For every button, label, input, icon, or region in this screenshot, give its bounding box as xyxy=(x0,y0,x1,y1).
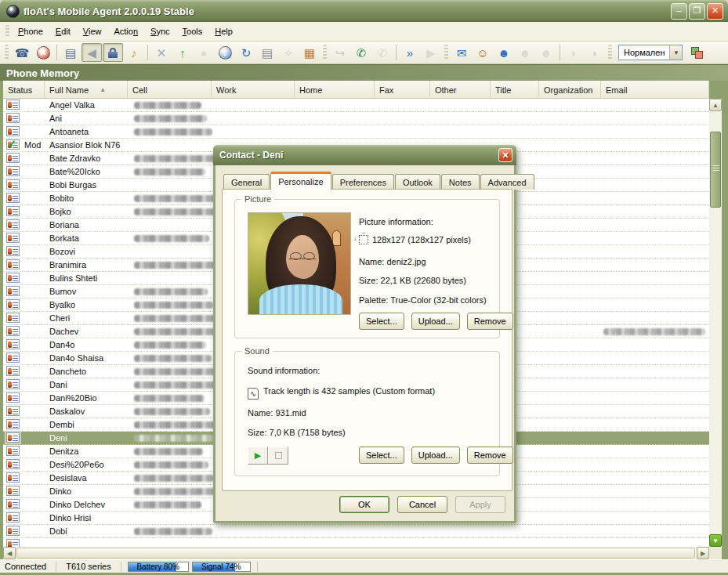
vertical-scroll-thumb[interactable] xyxy=(710,132,721,208)
picture-upload-button[interactable]: Upload... xyxy=(411,313,460,330)
menu-item-tools[interactable]: Tools xyxy=(176,24,209,38)
folder2-icon[interactable]: ◗ xyxy=(585,43,605,62)
scroll-up-button[interactable]: ▲ xyxy=(709,99,722,111)
call-icon[interactable]: ✆ xyxy=(351,43,371,62)
scroll-left-button[interactable]: ◀ xyxy=(3,547,16,559)
download-icon[interactable]: ↓ xyxy=(215,43,235,62)
toolbar-grip[interactable] xyxy=(608,45,612,60)
record-icon[interactable]: ● xyxy=(194,43,214,62)
maximize-button[interactable]: ❐ xyxy=(689,3,705,20)
sounds-icon[interactable]: ♪ xyxy=(124,43,144,62)
table-row[interactable]: Angel Valka xyxy=(3,99,709,112)
horizontal-scrollbar[interactable]: ◀ ▶ xyxy=(3,547,709,559)
picture-remove-button[interactable]: Remove xyxy=(467,313,513,330)
spray-icon[interactable]: ✧ xyxy=(278,43,299,62)
tab-personalize[interactable]: Personalize xyxy=(270,172,331,190)
dialog-title-bar[interactable]: Contact - Deni ✕ xyxy=(213,145,516,165)
picture-select-button[interactable]: Select... xyxy=(359,313,404,330)
column-header-other[interactable]: Other xyxy=(430,81,491,99)
scroll-right-button[interactable]: ▶ xyxy=(697,547,709,559)
column-header-status[interactable]: Status xyxy=(3,81,45,99)
menu-item-edit[interactable]: Edit xyxy=(49,24,77,38)
image-editor-icon[interactable]: ▦ xyxy=(299,43,320,62)
picture-palette: Palette: True-Color (32-bit colors) xyxy=(359,295,487,305)
insert-phone-icon[interactable]: ↪ xyxy=(330,43,350,62)
contact-card-icon xyxy=(6,353,20,363)
column-header-full-name[interactable]: Full Name▲ xyxy=(45,81,128,99)
stop-button[interactable] xyxy=(268,447,288,465)
menu-grip[interactable] xyxy=(5,25,9,38)
toolbar-grip[interactable] xyxy=(323,45,327,60)
chevron-down-icon[interactable]: ▼ xyxy=(669,45,682,60)
tab-general[interactable]: General xyxy=(223,174,270,190)
dialog-close-button[interactable]: ✕ xyxy=(498,148,512,162)
contact-name: Dan4o xyxy=(49,340,74,349)
phone-forward-icon[interactable]: ▶ xyxy=(421,43,441,62)
menu-item-action[interactable]: Action xyxy=(107,24,144,38)
play-button[interactable]: ▶ xyxy=(248,447,268,465)
toolbar-grip[interactable] xyxy=(444,45,448,60)
refresh-list-icon[interactable]: ↻ xyxy=(236,43,256,62)
menu-item-sync[interactable]: Sync xyxy=(144,24,176,38)
contact-card-icon xyxy=(6,499,20,509)
tab-advanced[interactable]: Advanced xyxy=(480,174,534,190)
maximize-icon: ❐ xyxy=(694,6,701,15)
dialog-title: Contact - Deni xyxy=(219,150,283,161)
delete-icon[interactable]: ✕ xyxy=(151,43,172,62)
contact-sync-icon[interactable]: ☻ xyxy=(515,43,535,62)
mode-select[interactable]: Нормален▼ xyxy=(618,45,683,60)
censored-cell-number xyxy=(134,435,221,442)
contact-name: Byalko xyxy=(49,300,75,309)
sound-upload-button[interactable]: Upload... xyxy=(411,447,460,464)
sound-select-button[interactable]: Select... xyxy=(359,447,404,464)
modified-check-icon: ✓ xyxy=(8,138,16,150)
hangup-icon[interactable]: ✆ xyxy=(372,43,393,62)
table-row[interactable]: Ani xyxy=(3,112,709,125)
ok-button[interactable]: OK xyxy=(339,496,389,513)
upload-contact-icon[interactable]: ↑ xyxy=(172,43,193,62)
column-header-fax[interactable]: Fax xyxy=(375,81,430,99)
contact-mail-icon[interactable]: ☺ xyxy=(473,43,493,62)
apply-button[interactable]: Apply xyxy=(455,496,505,513)
menu-item-phone[interactable]: Phone xyxy=(12,24,49,38)
column-header-work[interactable]: Work xyxy=(212,81,295,99)
column-header-organization[interactable]: Organization xyxy=(539,81,601,99)
table-row[interactable]: Antoaneta xyxy=(3,125,709,139)
sms-icon[interactable]: ✉ xyxy=(451,43,472,62)
table-row-partial[interactable] xyxy=(3,538,709,547)
tab-notes[interactable]: Notes xyxy=(441,174,480,190)
scroll-down-button[interactable]: ▼ xyxy=(709,534,722,547)
contact-dialog: Contact - Deni ✕ GeneralPersonalizePrefe… xyxy=(213,145,516,523)
sound-remove-button[interactable]: Remove xyxy=(467,447,513,464)
column-header-email[interactable]: Email xyxy=(601,81,709,99)
connect-phone-icon[interactable]: ☎ xyxy=(12,43,32,62)
title-bar[interactable]: floAt's Mobile Agent 2.0.0.19 Stable ‒ ❐… xyxy=(0,0,728,22)
send-to-phone-icon[interactable]: » xyxy=(400,43,420,62)
disconnect-icon[interactable]: ✕ xyxy=(33,43,53,62)
cancel-button[interactable]: Cancel xyxy=(397,496,447,513)
minimize-icon: ‒ xyxy=(676,6,681,15)
keylock-icon[interactable] xyxy=(103,43,123,62)
folder-icon[interactable]: ◗ xyxy=(563,43,584,62)
phonebook-icon[interactable]: ▤ xyxy=(60,43,81,62)
column-header-title[interactable]: Title xyxy=(491,81,539,99)
tab-preferences[interactable]: Preferences xyxy=(332,174,394,190)
horizontal-scroll-thumb[interactable] xyxy=(16,548,695,559)
table-row[interactable]: Dobi xyxy=(3,525,709,538)
minimize-button[interactable]: ‒ xyxy=(671,3,687,20)
censored-cell-number xyxy=(134,342,206,349)
contacts-icon[interactable]: ☻ xyxy=(494,43,514,62)
vertical-scrollbar[interactable]: ▲ ▼ xyxy=(709,99,722,547)
toolbar-grip[interactable] xyxy=(5,45,9,60)
menu-item-view[interactable]: View xyxy=(77,24,108,38)
speaker-icon[interactable]: ◀ xyxy=(81,43,102,62)
menu-item-help[interactable]: Help xyxy=(208,24,239,38)
layers-icon[interactable] xyxy=(686,43,707,62)
tab-outlook[interactable]: Outlook xyxy=(395,174,440,190)
close-button[interactable]: ✕ xyxy=(707,3,723,20)
report-icon[interactable]: ▤ xyxy=(257,43,277,62)
contact-restore-icon[interactable]: ☻ xyxy=(536,43,556,62)
personalize-tab-page: Picture Picture information: 128x127 (12… xyxy=(222,189,512,491)
column-header-cell[interactable]: Cell xyxy=(128,81,212,99)
column-header-home[interactable]: Home xyxy=(295,81,375,99)
